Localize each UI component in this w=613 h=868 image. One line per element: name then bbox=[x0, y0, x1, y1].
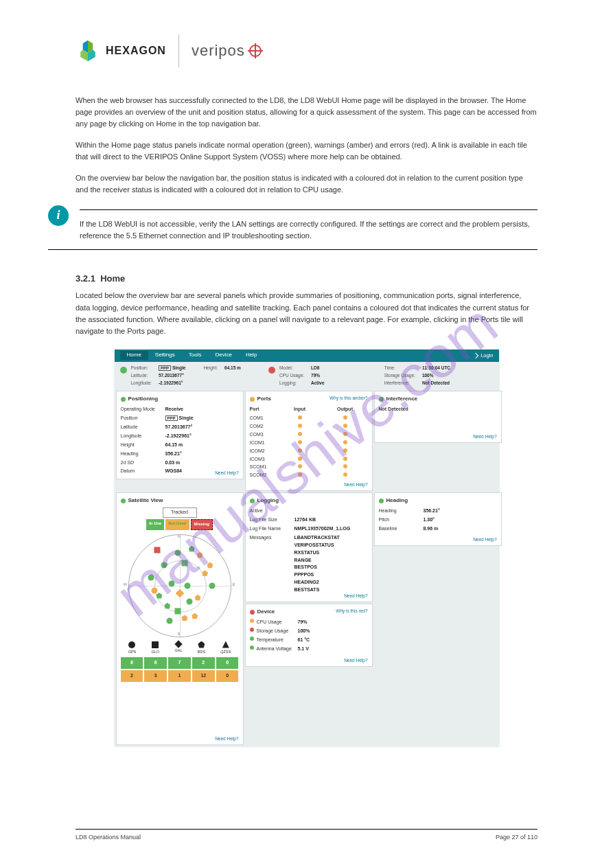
device-status-icon bbox=[250, 610, 255, 615]
device-red-link[interactable]: Why is this red? bbox=[336, 608, 367, 615]
callout-text: If the LD8 WebUI is not accessible, veri… bbox=[80, 214, 537, 245]
heading-status-icon bbox=[379, 499, 384, 503]
page-header: HEXAGON veripos bbox=[0, 0, 613, 74]
port-row: COM3 bbox=[250, 431, 368, 439]
heading-help-link[interactable]: Need Help? bbox=[473, 536, 496, 543]
panel-heading[interactable]: Heading Heading356.21° Pitch1.30° Baseli… bbox=[374, 492, 502, 546]
positioning-help-link[interactable]: Need Help? bbox=[215, 470, 238, 477]
info-icon: i bbox=[48, 205, 69, 226]
panel-positioning[interactable]: Positioning Operating ModeReceive Positi… bbox=[116, 391, 244, 479]
positioning-status-icon bbox=[121, 397, 126, 402]
document-body: When the web browser has successfully co… bbox=[0, 74, 613, 746]
receiver-status-dot bbox=[268, 367, 275, 374]
page-footer: LD8 Operations Manual Page 27 of 110 bbox=[76, 829, 537, 841]
section-para: Located below the overview bar are sever… bbox=[76, 290, 537, 336]
logging-help-link[interactable]: Need Help? bbox=[344, 593, 367, 599]
panel-ports[interactable]: Ports Why is this amber? PortInputOutput… bbox=[245, 391, 373, 491]
tracked-label: Tracked bbox=[163, 507, 197, 518]
constellation-legend: GPS GLO GAL BDS QZSS bbox=[121, 641, 239, 655]
login-arrow-icon bbox=[473, 352, 478, 358]
port-row: COM2 bbox=[250, 423, 368, 431]
intro-para-2: Within the Home page status panels indic… bbox=[76, 139, 537, 163]
satview-status-icon bbox=[121, 499, 126, 503]
legend-in-use: In Use bbox=[146, 519, 164, 529]
device-help-link[interactable]: Need Help? bbox=[344, 657, 367, 664]
callout-rule-top bbox=[80, 209, 537, 210]
sky-plot: N S W E bbox=[128, 534, 231, 637]
panel-interference[interactable]: Interference Not Detected Need Help? bbox=[374, 391, 502, 443]
panel-satellite-view[interactable]: Satellite View Tracked In Use Not Used M… bbox=[116, 492, 244, 745]
interference-value: Not Detected bbox=[379, 406, 497, 413]
legend-missing: Missing bbox=[191, 519, 213, 529]
webui-nav: Home Settings Tools Device Help Login bbox=[115, 350, 499, 362]
veripos-logo: veripos bbox=[192, 42, 262, 60]
interference-status-icon bbox=[379, 397, 384, 402]
port-row: ICOM2 bbox=[250, 448, 368, 455]
intro-para-1: When the web browser has successfully co… bbox=[76, 95, 537, 130]
ports-help-link[interactable]: Need Help? bbox=[344, 481, 367, 488]
hexagon-wordmark: HEXAGON bbox=[106, 45, 166, 57]
intro-para-3: On the overview bar below the navigation… bbox=[76, 172, 537, 196]
ports-amber-link[interactable]: Why is this amber? bbox=[329, 395, 367, 402]
interference-help-link[interactable]: Need Help? bbox=[473, 433, 496, 440]
callout-rule-bottom bbox=[48, 249, 537, 250]
section-number: 3.2.1 Home bbox=[76, 272, 537, 286]
nav-settings[interactable]: Settings bbox=[148, 351, 182, 359]
footer-page: Page 27 of 110 bbox=[496, 834, 537, 841]
veripos-wordmark: veripos bbox=[192, 42, 245, 60]
nav-login[interactable]: Login bbox=[474, 352, 493, 360]
footer-title: LD8 Operations Manual bbox=[76, 834, 141, 841]
panels-grid: Positioning Operating ModeReceive Positi… bbox=[115, 389, 499, 746]
port-row: SCOM2 bbox=[250, 472, 368, 479]
nav-device[interactable]: Device bbox=[208, 351, 238, 359]
port-row: SCOM1 bbox=[250, 464, 368, 471]
port-row: ICOM3 bbox=[250, 456, 368, 464]
satview-help-link[interactable]: Need Help? bbox=[215, 735, 238, 742]
header-separator bbox=[178, 34, 179, 67]
hexagon-icon bbox=[76, 38, 100, 63]
hexagon-logo: HEXAGON bbox=[76, 38, 166, 63]
port-row: ICOM1 bbox=[250, 439, 368, 447]
satellite-counts: 86720231120 bbox=[121, 657, 239, 682]
legend-not-used: Not Used bbox=[165, 519, 189, 529]
webui-screenshot: Home Settings Tools Device Help Login Po… bbox=[115, 350, 499, 746]
position-status-dot bbox=[120, 367, 127, 374]
nav-tools[interactable]: Tools bbox=[182, 351, 209, 359]
logging-status-icon bbox=[250, 499, 255, 503]
info-callout: i If the LD8 WebUI is not accessible, ve… bbox=[48, 205, 537, 254]
overview-bar: Position:PPPSingle Latitude:57.2013677° … bbox=[115, 362, 499, 389]
ports-status-icon bbox=[250, 397, 255, 402]
port-row: COM1 bbox=[250, 415, 368, 422]
nav-home[interactable]: Home bbox=[120, 351, 148, 359]
target-icon bbox=[249, 45, 262, 57]
panel-device[interactable]: Device Why is this red? CPU Usage79% Sto… bbox=[245, 604, 373, 667]
nav-help[interactable]: Help bbox=[239, 351, 264, 359]
panel-logging[interactable]: Logging Active Log File Size12764 KB Log… bbox=[245, 492, 373, 602]
